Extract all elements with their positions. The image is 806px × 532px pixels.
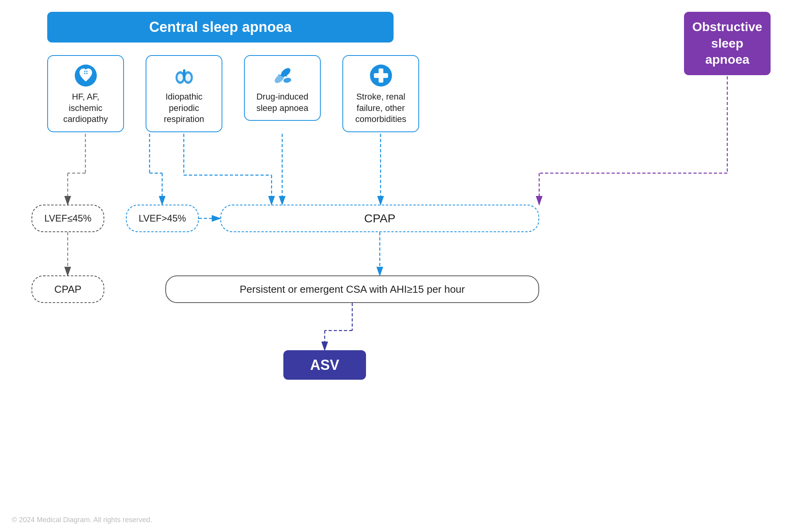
osa-header-box: Obstructive sleep apnoea bbox=[684, 12, 771, 75]
svg-point-12 bbox=[283, 77, 292, 83]
csa-header-box: Central sleep apnoea bbox=[47, 12, 394, 42]
plus-icon bbox=[369, 64, 393, 87]
asv-label: ASV bbox=[310, 357, 339, 373]
cat4-label: Stroke, renal failure, other comorbiditi… bbox=[355, 92, 407, 124]
lvef-low-box: LVEF≤45% bbox=[31, 205, 104, 232]
cat1-label: HF, AF, ischemic cardiopathy bbox=[63, 92, 108, 124]
svg-rect-15 bbox=[374, 73, 388, 78]
persistent-csa-box: Persistent or emergent CSA with AHI≥15 p… bbox=[165, 275, 539, 303]
category-stroke: Stroke, renal failure, other comorbiditi… bbox=[342, 55, 419, 132]
lvef-low-label: LVEF≤45% bbox=[44, 213, 91, 224]
cpap-small-box: CPAP bbox=[31, 275, 104, 303]
svg-rect-6 bbox=[183, 69, 185, 78]
lvef-high-label: LVEF>45% bbox=[139, 213, 186, 224]
cat3-label: Drug-induced sleep apnoea bbox=[256, 92, 308, 113]
diagram-container: Central sleep apnoea Obstructive sleep a… bbox=[0, 0, 806, 532]
lvef-high-box: LVEF>45% bbox=[126, 205, 199, 232]
category-hf-af: HF, AF, ischemic cardiopathy bbox=[47, 55, 124, 132]
watermark: © 2024 Medical Diagram. All rights reser… bbox=[12, 516, 152, 524]
svg-point-7 bbox=[177, 74, 183, 81]
cpap-wide-label: CPAP bbox=[364, 212, 395, 225]
asv-box: ASV bbox=[283, 350, 366, 380]
cat2-label: Idiopathic periodic respiration bbox=[164, 92, 204, 124]
cpap-small-label: CPAP bbox=[54, 283, 81, 296]
pill-icon bbox=[271, 64, 294, 87]
cpap-wide-box: CPAP bbox=[220, 205, 539, 232]
category-idiopathic: Idiopathic periodic respiration bbox=[146, 55, 222, 132]
lungs-icon bbox=[172, 64, 196, 87]
csa-header-title: Central sleep apnoea bbox=[149, 19, 292, 35]
svg-point-8 bbox=[185, 74, 191, 81]
persistent-csa-label: Persistent or emergent CSA with AHI≥15 p… bbox=[240, 283, 465, 296]
heart-icon bbox=[74, 64, 98, 87]
category-drug-induced: Drug-induced sleep apnoea bbox=[244, 55, 321, 121]
osa-header-title: Obstructive sleep apnoea bbox=[692, 20, 762, 66]
